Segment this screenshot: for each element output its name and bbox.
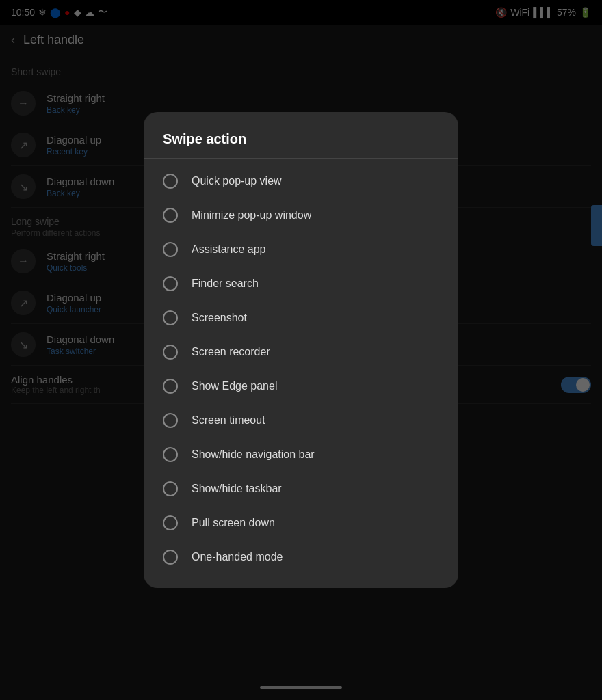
radio-screen-recorder[interactable] <box>163 345 178 360</box>
dialog-option-screenshot[interactable]: Screenshot <box>144 301 458 335</box>
radio-show-edge-panel[interactable] <box>163 379 178 394</box>
option-label-pull-screen-down: Pull screen down <box>192 517 275 529</box>
dialog-options-list: Quick pop-up viewMinimize pop-up windowA… <box>144 164 458 574</box>
radio-one-handed-mode[interactable] <box>163 550 178 565</box>
dialog-title: Swipe action <box>144 131 458 158</box>
option-label-screen-timeout: Screen timeout <box>192 414 265 427</box>
dialog-option-pull-screen-down[interactable]: Pull screen down <box>144 506 458 540</box>
option-label-quick-popup: Quick pop-up view <box>192 175 282 187</box>
radio-show-hide-taskbar[interactable] <box>163 481 178 496</box>
bottom-navigation-bar <box>260 686 342 689</box>
option-label-show-edge-panel: Show Edge panel <box>192 380 277 392</box>
option-label-minimize-popup: Minimize pop-up window <box>192 209 311 221</box>
dialog-option-show-hide-taskbar[interactable]: Show/hide taskbar <box>144 472 458 506</box>
option-label-show-hide-taskbar: Show/hide taskbar <box>192 483 282 495</box>
option-label-finder-search: Finder search <box>192 278 259 290</box>
radio-quick-popup[interactable] <box>163 174 178 189</box>
radio-screen-timeout[interactable] <box>163 413 178 428</box>
option-label-assistance-app: Assistance app <box>192 243 266 256</box>
option-label-one-handed-mode: One-handed mode <box>192 551 283 563</box>
radio-minimize-popup[interactable] <box>163 208 178 223</box>
dialog-option-show-edge-panel[interactable]: Show Edge panel <box>144 369 458 403</box>
dialog-option-screen-timeout[interactable]: Screen timeout <box>144 403 458 438</box>
radio-finder-search[interactable] <box>163 276 178 291</box>
dialog-option-show-hide-nav[interactable]: Show/hide navigation bar <box>144 438 458 472</box>
radio-show-hide-nav[interactable] <box>163 447 178 462</box>
option-label-screenshot: Screenshot <box>192 312 247 324</box>
dialog-option-finder-search[interactable]: Finder search <box>144 267 458 301</box>
radio-screenshot[interactable] <box>163 310 178 325</box>
dialog-option-screen-recorder[interactable]: Screen recorder <box>144 335 458 369</box>
swipe-action-dialog: Swipe action Quick pop-up viewMinimize p… <box>144 112 458 588</box>
dialog-option-quick-popup[interactable]: Quick pop-up view <box>144 164 458 198</box>
dialog-option-assistance-app[interactable]: Assistance app <box>144 232 458 267</box>
radio-assistance-app[interactable] <box>163 242 178 257</box>
radio-pull-screen-down[interactable] <box>163 515 178 530</box>
dialog-divider <box>144 158 458 159</box>
dialog-option-minimize-popup[interactable]: Minimize pop-up window <box>144 198 458 232</box>
dialog-option-one-handed-mode[interactable]: One-handed mode <box>144 540 458 574</box>
option-label-show-hide-nav: Show/hide navigation bar <box>192 448 315 461</box>
option-label-screen-recorder: Screen recorder <box>192 346 270 358</box>
